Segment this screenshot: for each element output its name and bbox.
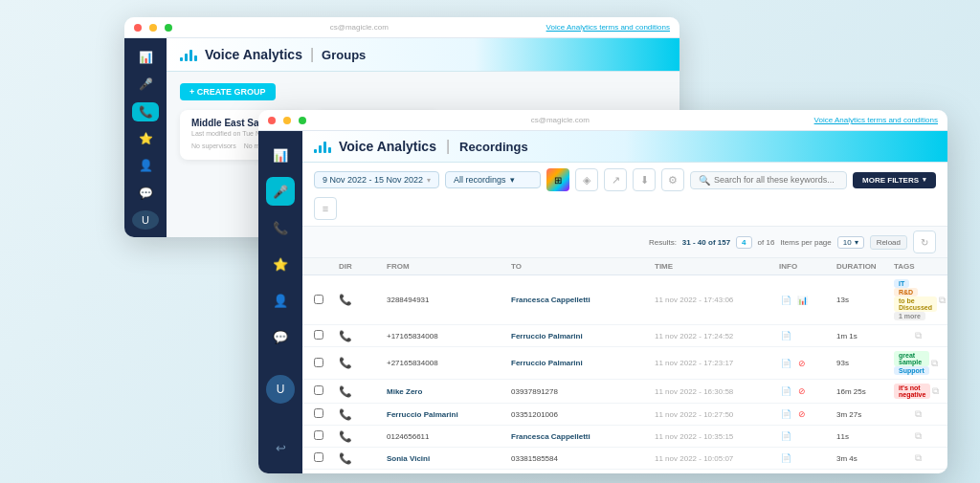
warn-icon: ⊘ xyxy=(795,357,809,370)
row-duration: 3m 27s xyxy=(836,410,894,419)
chevron-down-icon: ▾ xyxy=(510,175,515,185)
copy-icon: ⧉ xyxy=(915,408,922,419)
sidebar-phone-icon[interactable]: 📞 xyxy=(266,213,295,242)
row-duration: 1m 1s xyxy=(836,332,894,340)
sidebar-phone-icon[interactable]: 📞 xyxy=(132,102,159,121)
tag-more[interactable]: 1 more xyxy=(894,312,925,320)
reload-button[interactable]: Reload xyxy=(870,235,907,250)
maximize-dot[interactable] xyxy=(299,117,306,124)
more-filters-label: MORE FILTERS xyxy=(862,176,919,185)
close-dot[interactable] xyxy=(134,24,142,32)
items-per-page-label: Items per page xyxy=(780,238,831,247)
search-box[interactable]: 🔍 xyxy=(690,171,847,189)
color-grid-icon[interactable]: ⊞ xyxy=(546,168,569,191)
row-checkbox[interactable] xyxy=(314,330,339,341)
row-copy[interactable]: ⧉ xyxy=(915,452,936,464)
results-range: 31 - 40 of 157 xyxy=(682,238,730,247)
sidebar-star-icon[interactable]: ⭐ xyxy=(266,250,295,278)
table-row[interactable]: 📞 +27165834008 Ferruccio Palmarini 11 no… xyxy=(302,347,947,380)
share-icon[interactable]: ↗ xyxy=(604,168,627,191)
table-row[interactable]: 📞 +17165834008 Ferruccio Palmarini 11 no… xyxy=(302,325,947,347)
row-from: Ferruccio Palmarini xyxy=(387,410,511,419)
tag[interactable]: great sample xyxy=(894,351,929,366)
date-range-label: 9 Nov 2022 - 15 Nov 2022 xyxy=(323,175,423,185)
row-to: Ferruccio Palmarini xyxy=(511,332,655,340)
minimize-dot[interactable] xyxy=(149,24,157,32)
row-copy[interactable]: ⧉ xyxy=(932,385,947,397)
columns-icon[interactable]: ≡ xyxy=(314,197,337,220)
sidebar-mic-icon[interactable]: 🎤 xyxy=(132,75,159,94)
search-input[interactable] xyxy=(714,175,838,185)
sidebar-mic-icon[interactable]: 🎤 xyxy=(266,177,295,206)
recording-type-dropdown[interactable]: All recordings ▾ xyxy=(445,171,541,188)
table-row[interactable]: 📞 Sonia Vicini 03381585584 11 nov 2022 -… xyxy=(302,448,947,470)
doc-icon: 📄 xyxy=(779,407,792,421)
app-title: Voice Analytics xyxy=(339,139,436,154)
col-time: Time xyxy=(655,262,779,271)
tag[interactable]: R&D xyxy=(894,288,918,296)
terms-link[interactable]: Voice Analytics terms and conditions xyxy=(546,23,670,32)
close-dot[interactable] xyxy=(268,117,276,124)
row-copy[interactable]: ⧉ xyxy=(939,295,947,306)
recordings-main: Voice Analytics | Recordings 9 Nov 2022 … xyxy=(302,131,947,473)
sidebar-star-icon[interactable]: ⭐ xyxy=(132,129,159,148)
table-row[interactable]: 📞 0124656611 Francesca Cappelletti 11 no… xyxy=(302,426,947,448)
row-copy[interactable]: ⧉ xyxy=(915,430,936,442)
sidebar-person-icon[interactable]: 👤 xyxy=(132,156,159,175)
maximize-dot[interactable] xyxy=(165,24,172,32)
row-time: 11 nov 2022 - 16:30:58 xyxy=(655,387,779,396)
items-per-page-selector[interactable]: 10 ▾ xyxy=(837,236,864,249)
sidebar-chat-icon[interactable]: 💬 xyxy=(266,322,295,351)
row-to: 03381585584 xyxy=(511,454,655,463)
row-checkbox[interactable] xyxy=(314,452,339,464)
page-title: Groups xyxy=(322,48,366,62)
row-direction: 📞 xyxy=(339,294,387,306)
table-row[interactable]: 📞 0124656611 Sonia Vicini 11 nov 2022 - … xyxy=(302,470,947,473)
call-out-icon: 📞 xyxy=(339,385,352,397)
row-checkbox[interactable] xyxy=(314,358,339,369)
row-checkbox[interactable] xyxy=(314,430,339,442)
row-checkbox[interactable] xyxy=(314,408,339,420)
row-checkbox[interactable] xyxy=(314,385,339,397)
row-info: 📄 ⊘ xyxy=(779,357,836,370)
table-row[interactable]: 📞 Ferruccio Palmarini 03351201006 11 nov… xyxy=(302,404,947,426)
refresh-icon[interactable]: ↻ xyxy=(913,231,936,253)
sidebar-person-icon[interactable]: 👤 xyxy=(266,286,295,315)
tag[interactable]: it's not negative xyxy=(894,384,930,399)
user-avatar[interactable]: U xyxy=(266,375,295,404)
row-time: 11 nov 2022 - 17:43:06 xyxy=(655,296,779,304)
sidebar-chart-icon[interactable]: 📊 xyxy=(266,141,295,169)
minimize-dot[interactable] xyxy=(283,117,291,124)
tag[interactable]: to be Discussed xyxy=(894,296,937,312)
table-row[interactable]: 📞 3288494931 Francesca Cappelletti 11 no… xyxy=(302,275,947,325)
download-icon[interactable]: ⬇ xyxy=(633,168,656,191)
filter-icon[interactable]: ◈ xyxy=(575,168,598,191)
terms-link[interactable]: Voice Analytics terms and conditions xyxy=(814,116,938,124)
rec-filter-label: All recordings xyxy=(454,175,506,185)
tag[interactable]: IT xyxy=(894,279,909,288)
row-copy[interactable]: ⧉ xyxy=(931,358,947,369)
current-page[interactable]: 4 xyxy=(736,236,751,249)
sidebar-chat-icon[interactable]: 💬 xyxy=(132,183,159,202)
user-avatar[interactable]: U xyxy=(132,210,159,230)
table-row[interactable]: 📞 Mike Zero 03937891278 11 nov 2022 - 16… xyxy=(302,380,947,404)
col-checkbox xyxy=(314,262,339,271)
search-icon: 🔍 xyxy=(699,175,710,186)
warn-icon: ⊘ xyxy=(795,407,809,421)
row-checkbox[interactable] xyxy=(314,295,339,306)
more-filters-button[interactable]: MORE FILTERS ▾ xyxy=(853,172,936,188)
tag[interactable]: Support xyxy=(894,366,929,375)
date-filter-dropdown[interactable]: 9 Nov 2022 - 15 Nov 2022 ▾ xyxy=(314,171,439,188)
logout-icon[interactable]: ↩ xyxy=(266,433,295,462)
sidebar-chart-icon[interactable]: 📊 xyxy=(132,48,159,67)
row-info: 📄 xyxy=(779,429,836,443)
row-direction: 📞 xyxy=(339,330,387,342)
row-copy[interactable]: ⧉ xyxy=(915,408,936,420)
copy-icon: ⧉ xyxy=(932,385,939,396)
copy-icon: ⧉ xyxy=(915,452,922,463)
copy-icon: ⧉ xyxy=(915,430,922,441)
row-info: 📄 📊 xyxy=(779,294,836,307)
create-group-button[interactable]: + CREATE GROUP xyxy=(180,83,276,100)
settings-icon[interactable]: ⚙ xyxy=(661,168,684,191)
row-copy[interactable]: ⧉ xyxy=(915,330,936,341)
